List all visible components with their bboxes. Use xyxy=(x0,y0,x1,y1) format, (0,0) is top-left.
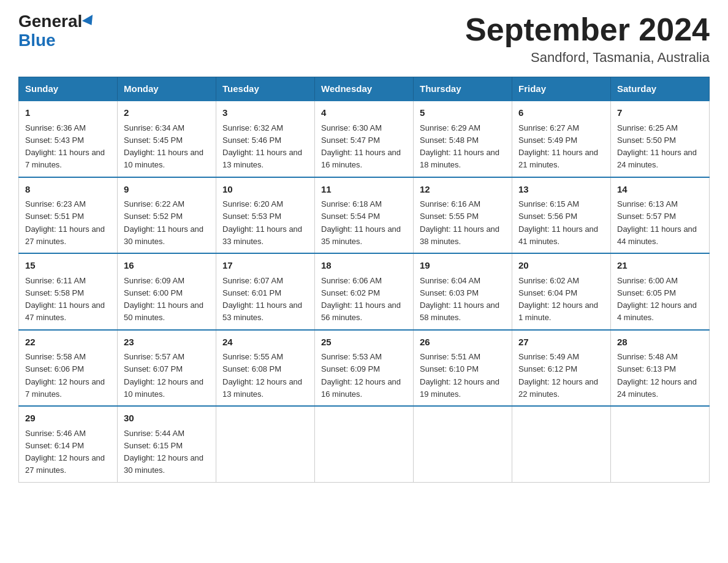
day-cell: 19Sunrise: 6:04 AMSunset: 6:03 PMDayligh… xyxy=(414,253,512,330)
day-info: Sunrise: 6:29 AMSunset: 5:48 PMDaylight:… xyxy=(420,123,499,170)
day-info: Sunrise: 5:57 AMSunset: 6:07 PMDaylight:… xyxy=(124,352,203,399)
day-info: Sunrise: 6:00 AMSunset: 6:05 PMDaylight:… xyxy=(617,276,697,323)
day-info: Sunrise: 6:11 AMSunset: 5:58 PMDaylight:… xyxy=(25,276,105,323)
col-monday: Monday xyxy=(118,77,216,101)
day-number: 18 xyxy=(321,259,407,273)
day-number: 25 xyxy=(321,335,407,350)
day-cell xyxy=(315,406,414,482)
logo-text: General xyxy=(18,12,96,31)
day-number: 6 xyxy=(518,106,604,120)
day-cell: 7Sunrise: 6:25 AMSunset: 5:50 PMDaylight… xyxy=(611,101,710,177)
day-info: Sunrise: 5:58 AMSunset: 6:06 PMDaylight:… xyxy=(25,352,105,399)
day-info: Sunrise: 5:44 AMSunset: 6:15 PMDaylight:… xyxy=(124,429,203,475)
day-number: 23 xyxy=(124,335,210,350)
day-cell: 5Sunrise: 6:29 AMSunset: 5:48 PMDaylight… xyxy=(414,101,512,177)
day-number: 21 xyxy=(617,259,703,273)
week-row-2: 8Sunrise: 6:23 AMSunset: 5:51 PMDaylight… xyxy=(19,177,710,254)
day-cell xyxy=(512,406,611,482)
day-number: 26 xyxy=(420,335,506,350)
day-number: 11 xyxy=(321,183,407,197)
day-info: Sunrise: 6:34 AMSunset: 5:45 PMDaylight:… xyxy=(124,123,203,170)
week-row-5: 29Sunrise: 5:46 AMSunset: 6:14 PMDayligh… xyxy=(19,406,710,482)
day-info: Sunrise: 6:09 AMSunset: 6:00 PMDaylight:… xyxy=(124,276,203,323)
main-title: September 2024 xyxy=(465,12,710,47)
day-info: Sunrise: 6:20 AMSunset: 5:53 PMDaylight:… xyxy=(222,199,302,246)
day-number: 30 xyxy=(124,412,210,426)
day-number: 12 xyxy=(420,183,506,197)
day-number: 2 xyxy=(124,106,210,120)
day-info: Sunrise: 6:23 AMSunset: 5:51 PMDaylight:… xyxy=(25,199,105,246)
day-number: 16 xyxy=(124,259,210,273)
day-number: 27 xyxy=(518,335,604,350)
day-info: Sunrise: 6:30 AMSunset: 5:47 PMDaylight:… xyxy=(321,123,401,170)
page-header: General Blue September 2024 Sandford, Ta… xyxy=(18,12,710,66)
day-cell: 21Sunrise: 6:00 AMSunset: 6:05 PMDayligh… xyxy=(611,253,710,330)
day-cell: 1Sunrise: 6:36 AMSunset: 5:43 PMDaylight… xyxy=(19,101,118,177)
day-info: Sunrise: 6:07 AMSunset: 6:01 PMDaylight:… xyxy=(222,276,302,323)
col-tuesday: Tuesday xyxy=(216,77,315,101)
day-info: Sunrise: 6:27 AMSunset: 5:49 PMDaylight:… xyxy=(518,123,598,170)
day-info: Sunrise: 5:48 AMSunset: 6:13 PMDaylight:… xyxy=(617,352,697,399)
day-info: Sunrise: 6:16 AMSunset: 5:55 PMDaylight:… xyxy=(420,199,499,246)
day-cell: 18Sunrise: 6:06 AMSunset: 6:02 PMDayligh… xyxy=(315,253,414,330)
day-cell: 28Sunrise: 5:48 AMSunset: 6:13 PMDayligh… xyxy=(611,330,710,407)
day-cell xyxy=(414,406,512,482)
week-row-4: 22Sunrise: 5:58 AMSunset: 6:06 PMDayligh… xyxy=(19,330,710,407)
day-number: 8 xyxy=(25,183,111,197)
day-number: 13 xyxy=(518,183,604,197)
col-friday: Friday xyxy=(512,77,611,101)
day-cell: 26Sunrise: 5:51 AMSunset: 6:10 PMDayligh… xyxy=(414,330,512,407)
day-number: 17 xyxy=(222,259,308,273)
day-cell: 22Sunrise: 5:58 AMSunset: 6:06 PMDayligh… xyxy=(19,330,118,407)
day-number: 22 xyxy=(25,335,111,350)
day-cell xyxy=(611,406,710,482)
logo-blue: Blue xyxy=(18,31,56,50)
day-number: 19 xyxy=(420,259,506,273)
day-number: 10 xyxy=(222,183,308,197)
day-cell: 9Sunrise: 6:22 AMSunset: 5:52 PMDaylight… xyxy=(118,177,216,254)
day-number: 5 xyxy=(420,106,506,120)
day-cell: 16Sunrise: 6:09 AMSunset: 6:00 PMDayligh… xyxy=(118,253,216,330)
day-cell: 23Sunrise: 5:57 AMSunset: 6:07 PMDayligh… xyxy=(118,330,216,407)
day-info: Sunrise: 5:46 AMSunset: 6:14 PMDaylight:… xyxy=(25,429,105,475)
day-info: Sunrise: 5:53 AMSunset: 6:09 PMDaylight:… xyxy=(321,352,401,399)
day-number: 29 xyxy=(25,412,111,426)
day-cell: 8Sunrise: 6:23 AMSunset: 5:51 PMDaylight… xyxy=(19,177,118,254)
day-cell: 6Sunrise: 6:27 AMSunset: 5:49 PMDaylight… xyxy=(512,101,611,177)
day-info: Sunrise: 5:49 AMSunset: 6:12 PMDaylight:… xyxy=(518,352,598,399)
day-cell: 17Sunrise: 6:07 AMSunset: 6:01 PMDayligh… xyxy=(216,253,315,330)
day-cell: 3Sunrise: 6:32 AMSunset: 5:46 PMDaylight… xyxy=(216,101,315,177)
col-wednesday: Wednesday xyxy=(315,77,414,101)
day-cell: 15Sunrise: 6:11 AMSunset: 5:58 PMDayligh… xyxy=(19,253,118,330)
day-cell: 2Sunrise: 6:34 AMSunset: 5:45 PMDaylight… xyxy=(118,101,216,177)
day-cell: 25Sunrise: 5:53 AMSunset: 6:09 PMDayligh… xyxy=(315,330,414,407)
day-cell xyxy=(216,406,315,482)
day-cell: 4Sunrise: 6:30 AMSunset: 5:47 PMDaylight… xyxy=(315,101,414,177)
day-info: Sunrise: 6:36 AMSunset: 5:43 PMDaylight:… xyxy=(25,123,105,170)
col-saturday: Saturday xyxy=(611,77,710,101)
day-info: Sunrise: 6:02 AMSunset: 6:04 PMDaylight:… xyxy=(518,276,598,323)
day-cell: 30Sunrise: 5:44 AMSunset: 6:15 PMDayligh… xyxy=(118,406,216,482)
col-thursday: Thursday xyxy=(414,77,512,101)
day-cell: 13Sunrise: 6:15 AMSunset: 5:56 PMDayligh… xyxy=(512,177,611,254)
day-cell: 20Sunrise: 6:02 AMSunset: 6:04 PMDayligh… xyxy=(512,253,611,330)
day-cell: 24Sunrise: 5:55 AMSunset: 6:08 PMDayligh… xyxy=(216,330,315,407)
day-cell: 10Sunrise: 6:20 AMSunset: 5:53 PMDayligh… xyxy=(216,177,315,254)
subtitle: Sandford, Tasmania, Australia xyxy=(465,50,710,66)
day-number: 15 xyxy=(25,259,111,273)
day-cell: 11Sunrise: 6:18 AMSunset: 5:54 PMDayligh… xyxy=(315,177,414,254)
calendar-header-row: Sunday Monday Tuesday Wednesday Thursday… xyxy=(19,77,710,101)
logo: General Blue xyxy=(18,12,96,50)
week-row-1: 1Sunrise: 6:36 AMSunset: 5:43 PMDaylight… xyxy=(19,101,710,177)
day-info: Sunrise: 5:55 AMSunset: 6:08 PMDaylight:… xyxy=(222,352,302,399)
day-info: Sunrise: 6:22 AMSunset: 5:52 PMDaylight:… xyxy=(124,199,203,246)
title-area: September 2024 Sandford, Tasmania, Austr… xyxy=(465,12,710,66)
day-cell: 29Sunrise: 5:46 AMSunset: 6:14 PMDayligh… xyxy=(19,406,118,482)
calendar-table: Sunday Monday Tuesday Wednesday Thursday… xyxy=(18,77,710,483)
day-number: 4 xyxy=(321,106,407,120)
day-number: 7 xyxy=(617,106,703,120)
day-number: 3 xyxy=(222,106,308,120)
day-info: Sunrise: 6:15 AMSunset: 5:56 PMDaylight:… xyxy=(518,199,598,246)
day-cell: 12Sunrise: 6:16 AMSunset: 5:55 PMDayligh… xyxy=(414,177,512,254)
day-info: Sunrise: 6:25 AMSunset: 5:50 PMDaylight:… xyxy=(617,123,697,170)
